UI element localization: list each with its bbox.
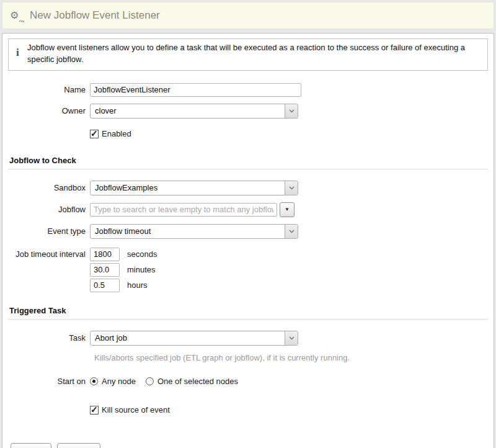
name-row: Name	[8, 83, 488, 97]
event-type-label: Event type	[8, 226, 90, 236]
info-text: Jobflow event listeners allow you to def…	[27, 43, 465, 64]
signal-waves-icon	[19, 17, 24, 22]
chevron-down-icon[interactable]	[285, 104, 298, 118]
jobflow-listener-gear-icon: ⚙	[10, 9, 24, 22]
selected-nodes-label: One of selected nodes	[157, 377, 238, 386]
start-on-label: Start on	[8, 377, 90, 386]
task-description: Kills/aborts specified job (ETL graph or…	[94, 353, 488, 362]
section-divider	[8, 319, 488, 320]
chevron-down-icon[interactable]	[285, 225, 298, 238]
jobflow-dropdown-button[interactable]: ▼	[280, 202, 294, 217]
kill-source-label: Kill source of event	[102, 405, 170, 414]
cancel-button[interactable]: Cancel	[57, 443, 100, 448]
enabled-row: Enabled	[8, 127, 488, 141]
section-jobflow-to-check: Jobflow to Check	[9, 156, 488, 165]
task-row: Task Abort job	[8, 331, 488, 346]
timeout-minutes-row: minutes	[8, 263, 488, 277]
sandbox-row: Sandbox JobflowExamples	[8, 181, 488, 195]
timeout-hours-input[interactable]	[90, 279, 120, 292]
kill-source-checkbox[interactable]	[90, 406, 99, 414]
start-on-row: Start on Any node One of selected nodes	[8, 375, 488, 388]
timeout-minutes-unit: minutes	[127, 265, 156, 274]
page-title: New Jobflow Event Listener	[30, 9, 160, 22]
timeout-hours-unit: hours	[127, 280, 148, 290]
jobflow-row: Jobflow ▼	[8, 202, 488, 217]
task-select-value: Abort job	[91, 333, 285, 343]
chevron-down-icon[interactable]	[285, 331, 298, 345]
owner-label: Owner	[8, 106, 90, 115]
name-input[interactable]	[90, 83, 301, 97]
jobflow-search-input[interactable]	[90, 203, 277, 217]
start-on-selected-nodes-option[interactable]: One of selected nodes	[146, 377, 238, 386]
timeout-seconds-input[interactable]	[90, 248, 120, 261]
sandbox-select-value: JobflowExamples	[91, 183, 285, 192]
sandbox-label: Sandbox	[8, 183, 90, 192]
start-on-any-node-option[interactable]: Any node	[90, 377, 136, 386]
action-buttons: Create Cancel	[11, 443, 488, 448]
page-header: ⚙ New Jobflow Event Listener	[2, 2, 494, 29]
selected-nodes-radio[interactable]	[146, 377, 154, 385]
info-icon: i	[16, 45, 19, 61]
jobflow-label: Jobflow	[8, 205, 90, 214]
any-node-radio[interactable]	[90, 377, 98, 385]
name-label: Name	[8, 85, 90, 94]
timeout-seconds-row: Job timeout interval seconds	[8, 248, 488, 261]
info-message: i Jobflow event listeners allow you to d…	[8, 38, 488, 71]
task-label: Task	[8, 333, 90, 343]
section-divider	[8, 169, 488, 169]
any-node-label: Any node	[102, 377, 136, 386]
form-panel: i Jobflow event listeners allow you to d…	[2, 33, 494, 448]
enabled-checkbox[interactable]	[90, 130, 99, 138]
event-type-row: Event type Jobflow timeout	[8, 224, 488, 239]
owner-row: Owner clover	[8, 104, 488, 119]
timeout-minutes-input[interactable]	[90, 263, 120, 277]
owner-select[interactable]: clover	[90, 104, 298, 119]
chevron-down-icon[interactable]	[285, 181, 298, 195]
kill-source-row: Kill source of event	[8, 403, 488, 417]
create-button[interactable]: Create	[11, 443, 51, 448]
event-type-select[interactable]: Jobflow timeout	[90, 224, 298, 239]
sandbox-select[interactable]: JobflowExamples	[90, 181, 298, 195]
enabled-label: Enabled	[102, 129, 131, 138]
timeout-label: Job timeout interval	[8, 249, 90, 259]
triangle-down-icon: ▼	[285, 207, 290, 212]
task-select[interactable]: Abort job	[90, 331, 298, 346]
timeout-seconds-unit: seconds	[127, 249, 157, 259]
event-type-select-value: Jobflow timeout	[91, 226, 285, 236]
owner-select-value: clover	[91, 106, 285, 115]
section-triggered-task: Triggered Task	[9, 306, 488, 315]
timeout-hours-row: hours	[8, 279, 488, 292]
